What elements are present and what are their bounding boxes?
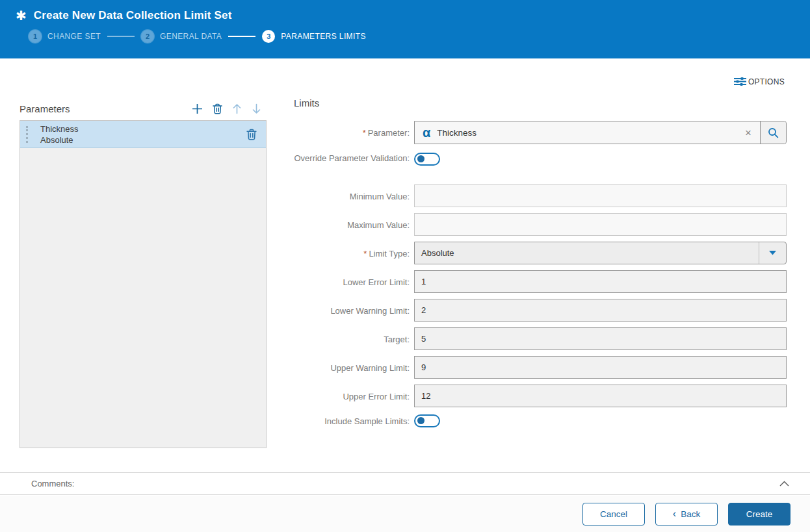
step-1-label: CHANGE SET [47,32,101,41]
maximum-value-label: Maximum Value: [294,213,414,236]
parameter-item-name: Thickness [40,123,79,134]
target-label: Target: [294,327,414,350]
delete-parameter-button[interactable] [213,103,222,114]
step-general-data[interactable]: 2 GENERAL DATA [141,30,222,43]
parameter-input[interactable]: α Thickness × [414,121,787,144]
collapse-comments-button[interactable] [779,481,789,487]
search-parameter-button[interactable] [760,121,786,144]
options-button[interactable]: OPTIONS [734,77,785,86]
maximum-value-input[interactable] [414,213,787,236]
arrow-down-icon [252,103,261,114]
create-limit-set-wizard: ✱ Create New Data Collection Limit Set 1… [0,0,810,532]
wizard-header: ✱ Create New Data Collection Limit Set 1… [0,0,810,58]
options-sliders-icon [734,77,746,86]
target-input[interactable] [414,327,787,350]
step-connector [228,36,255,37]
add-parameter-button[interactable] [192,103,203,114]
toggle-knob [417,417,425,424]
plus-icon [192,103,203,114]
comments-label: Comments: [31,479,74,488]
lower-warning-limit-input[interactable] [414,299,787,322]
parameters-panel: Parameters [20,97,267,448]
alpha-type-icon: α [415,126,437,139]
drag-handle-icon[interactable] [26,126,28,143]
step-3-circle: 3 [262,30,275,43]
lower-warning-limit-label: Lower Warning Limit: [294,299,414,322]
back-button-label: Back [681,509,700,519]
step-1-circle: 1 [29,30,42,43]
remove-item-button[interactable] [246,129,257,140]
step-3-label: PARAMETERS LIMITS [281,32,366,41]
upper-error-limit-label: Upper Error Limit: [294,385,414,407]
minimum-value-label: Minimum Value: [294,184,414,207]
parameter-value: Thickness [437,128,737,138]
limit-type-dropdown[interactable]: Absolute [414,242,787,264]
cancel-button[interactable]: Cancel [582,503,645,526]
chevron-left-icon: ‹ [673,508,676,519]
parameters-list: Thickness Absolute [20,120,267,448]
upper-warning-limit-input[interactable] [414,356,787,379]
parameter-label: *Parameter: [294,121,414,144]
upper-warning-limit-label: Upper Warning Limit: [294,356,414,379]
lower-error-limit-label: Lower Error Limit: [294,270,414,293]
arrow-up-icon [232,103,242,114]
trash-icon [213,103,222,114]
override-validation-label: Override Parameter Validation: [294,150,414,179]
create-button[interactable]: Create [728,503,790,526]
limits-form: Limits *Parameter: α Thickness × Overrid… [294,97,790,436]
parameters-panel-title: Parameters [20,103,70,114]
toggle-knob [417,155,425,162]
override-validation-toggle[interactable] [414,153,440,166]
required-asterisk: * [363,249,367,259]
clear-parameter-button[interactable]: × [737,127,760,138]
chevron-up-icon [779,481,789,487]
upper-error-limit-input[interactable] [414,385,787,407]
limit-type-label: *Limit Type: [294,242,414,264]
include-sample-limits-toggle[interactable] [414,414,440,427]
parameter-list-item[interactable]: Thickness Absolute [20,121,266,148]
trash-icon [246,129,257,140]
options-label: OPTIONS [748,77,785,86]
page-title: Create New Data Collection Limit Set [34,9,232,22]
step-connector [107,36,135,37]
wizard-steps: 1 CHANGE SET 2 GENERAL DATA 3 PARAMETERS… [29,30,810,43]
back-button[interactable]: ‹Back [655,503,718,526]
limit-type-value: Absolute [415,248,759,258]
step-2-circle: 2 [141,30,154,43]
create-asterisk-icon: ✱ [16,9,27,22]
wizard-footer: Cancel ‹Back Create [0,496,810,532]
step-parameters-limits[interactable]: 3 PARAMETERS LIMITS [262,30,366,43]
search-icon [768,127,779,138]
step-change-set[interactable]: 1 CHANGE SET [29,30,101,43]
parameter-item-limit-type: Absolute [40,134,79,146]
move-up-button[interactable] [232,103,242,114]
lower-error-limit-input[interactable] [414,270,787,293]
minimum-value-input[interactable] [414,184,787,207]
limits-form-title: Limits [294,97,790,108]
required-asterisk: * [363,128,366,138]
include-sample-limits-label: Include Sample Limits: [294,413,414,430]
step-2-label: GENERAL DATA [160,32,222,41]
move-down-button[interactable] [252,103,261,114]
chevron-down-icon [759,242,786,264]
comments-section[interactable]: Comments: [0,472,810,495]
parameters-toolbar [192,103,267,114]
